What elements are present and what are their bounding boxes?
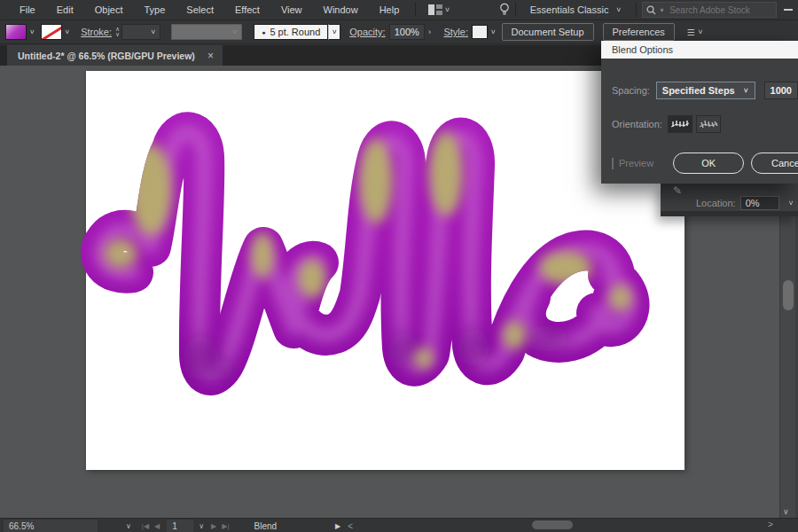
document-setup-label: Document Setup <box>512 27 584 37</box>
spacing-dropdown[interactable]: Specified Steps ∨ <box>656 82 755 99</box>
divider <box>415 3 416 17</box>
pencil-icon[interactable]: ✎ <box>673 184 682 197</box>
menu-file[interactable]: File <box>9 0 46 20</box>
chevron-down-icon[interactable]: ∨ <box>660 7 664 12</box>
next-artboard-icon[interactable]: ▶ <box>211 522 216 530</box>
zoom-level-field[interactable]: 66.5% <box>4 520 98 532</box>
cancel-button[interactable]: Cancel <box>751 153 798 174</box>
status-bar: 66.5% ∨ |◀ ◀ 1 ∨ ▶ ▶| Blend ▶ < <box>0 518 798 532</box>
stock-search[interactable]: ∨ <box>642 2 777 18</box>
stroke-color-swatch[interactable] <box>41 24 62 40</box>
spacing-label: Spacing: <box>612 85 650 96</box>
chevron-down-icon: ∨ <box>151 28 157 35</box>
location-label: Location: <box>696 198 736 208</box>
location-value: 0% <box>746 198 760 208</box>
stroke-weight-dropdown[interactable]: ∨ <box>121 24 160 40</box>
menu-view[interactable]: View <box>270 0 313 20</box>
chevron-down-icon[interactable]: ∨ <box>490 28 497 35</box>
menu-type[interactable]: Type <box>134 0 176 20</box>
previous-artboard-icon[interactable]: ◀ <box>154 522 160 530</box>
menu-items: File Edit Object Type Select Effect View… <box>0 0 410 20</box>
chevron-down-icon[interactable]: ∨ <box>65 28 71 35</box>
document-tab-title: Untitled-2* @ 66.5% (RGB/GPU Preview) <box>18 51 195 61</box>
opacity-label[interactable]: Opacity: <box>349 27 385 37</box>
artboard-number-value: 1 <box>172 521 177 531</box>
spacing-value: Specified Steps <box>662 85 735 96</box>
artboard-number-field[interactable]: 1 <box>167 520 193 532</box>
scroll-left-arrow-icon[interactable]: < <box>348 521 353 531</box>
style-swatch[interactable] <box>472 25 488 39</box>
align-to-page-icon <box>670 119 690 129</box>
fill-color-swatch[interactable] <box>5 24 27 40</box>
document-layout-icon[interactable] <box>428 4 442 15</box>
ok-button[interactable]: OK <box>673 153 744 174</box>
chevron-down-icon: ∨ <box>615 6 622 13</box>
variable-width-dropdown[interactable]: ∨ <box>171 24 242 40</box>
brush-definition-field[interactable]: ● 5 pt. Round <box>254 24 328 40</box>
document-tab[interactable]: Untitled-2* @ 66.5% (RGB/GPU Preview) × <box>7 45 223 66</box>
preview-checkbox[interactable] <box>612 158 614 169</box>
gradient-panel-fragment: ✎ Location: 0% ∨ <box>661 184 798 216</box>
chevron-down-icon[interactable]: ∨ <box>126 522 131 530</box>
vertical-scrollbar-thumb[interactable] <box>783 280 794 310</box>
orientation-align-path-button[interactable] <box>696 115 721 133</box>
blend-options-dialog[interactable]: Blend Options Spacing: Specified Steps ∨… <box>601 41 798 184</box>
chevron-right-icon[interactable]: › <box>428 27 432 36</box>
search-icon <box>646 5 656 15</box>
chevron-down-icon[interactable]: ∨ <box>698 28 704 35</box>
stroke-weight-stepper[interactable]: ∧ ∨ <box>115 27 120 37</box>
divider <box>515 3 516 17</box>
brush-dropdown-chevron[interactable]: ∨ <box>328 24 340 40</box>
steps-value: 1000 <box>771 85 792 96</box>
orientation-label: Orientation: <box>612 119 662 129</box>
chevron-down-icon: ∨ <box>332 28 338 35</box>
brush-preview-dot-icon: ● <box>262 29 265 35</box>
menu-edit[interactable]: Edit <box>46 0 84 20</box>
style-label[interactable]: Style: <box>443 27 468 37</box>
scroll-right-arrow-icon[interactable]: > <box>768 520 773 529</box>
steps-field[interactable]: 1000 <box>764 82 798 99</box>
artboard[interactable] <box>86 71 685 470</box>
menu-bar: File Edit Object Type Select Effect View… <box>0 0 798 20</box>
window-minimize-icon[interactable] <box>784 9 793 11</box>
menu-select[interactable]: Select <box>176 0 224 20</box>
menu-object[interactable]: Object <box>84 0 134 20</box>
chevron-down-icon[interactable]: ∨ <box>115 32 120 37</box>
zoom-level-value: 66.5% <box>9 521 34 531</box>
chevron-down-icon[interactable]: ∨ <box>788 200 794 207</box>
menu-effect[interactable]: Effect <box>224 0 270 20</box>
status-expand-icon[interactable]: ▶ <box>335 522 340 530</box>
scroll-down-arrow-icon[interactable]: ∨ <box>783 507 789 516</box>
first-artboard-icon[interactable]: |◀ <box>142 522 149 530</box>
document-setup-button[interactable]: Document Setup <box>502 23 594 41</box>
chevron-down-icon[interactable]: ∨ <box>444 6 450 13</box>
stroke-weight-label[interactable]: Stroke: <box>81 27 112 37</box>
preview-label: Preview <box>619 158 653 168</box>
workspace-switcher[interactable]: Essentials Classic ∨ <box>521 4 630 15</box>
horizontal-scrollbar-thumb[interactable] <box>532 520 573 529</box>
menu-window[interactable]: Window <box>313 0 369 20</box>
opacity-field[interactable]: 100% <box>389 24 425 40</box>
preferences-label: Preferences <box>613 27 665 37</box>
chevron-down-icon: ∨ <box>232 28 239 35</box>
brush-name: 5 pt. Round <box>270 27 320 37</box>
ok-label: OK <box>701 158 716 168</box>
chevron-down-icon[interactable]: ∨ <box>29 28 35 35</box>
discover-lightbulb-icon[interactable] <box>499 3 510 18</box>
illustrator-window: File Edit Object Type Select Effect View… <box>0 0 798 532</box>
preferences-button[interactable]: Preferences <box>603 23 675 41</box>
align-to-path-icon <box>699 119 718 129</box>
chevron-down-icon[interactable]: ∨ <box>199 522 204 530</box>
location-field[interactable]: 0% <box>740 196 779 210</box>
cancel-label: Cancel <box>771 158 798 168</box>
dialog-title-bar[interactable]: Blend Options <box>601 41 798 59</box>
close-tab-icon[interactable]: × <box>207 50 214 62</box>
workspace-switcher-label: Essentials Classic <box>530 4 609 15</box>
last-artboard-icon[interactable]: ▶| <box>222 522 229 530</box>
status-tool-name: Blend <box>254 521 278 531</box>
menu-help[interactable]: Help <box>369 0 411 20</box>
arrange-documents-icon[interactable]: ☰ <box>687 27 694 37</box>
orientation-align-page-button[interactable] <box>668 115 692 133</box>
search-input[interactable] <box>668 4 772 16</box>
dialog-title: Blend Options <box>612 44 673 55</box>
